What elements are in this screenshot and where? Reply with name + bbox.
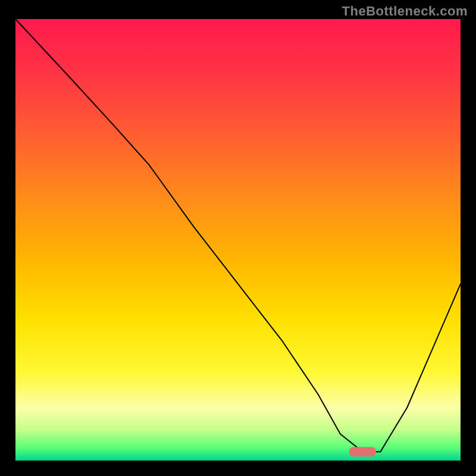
chart-container: TheBottleneck.com	[0, 0, 476, 476]
watermark: TheBottleneck.com	[342, 4, 468, 19]
chart-svg	[15, 19, 461, 461]
gradient-background	[15, 19, 461, 461]
optimal-marker	[349, 447, 376, 456]
plot-area	[15, 19, 461, 461]
